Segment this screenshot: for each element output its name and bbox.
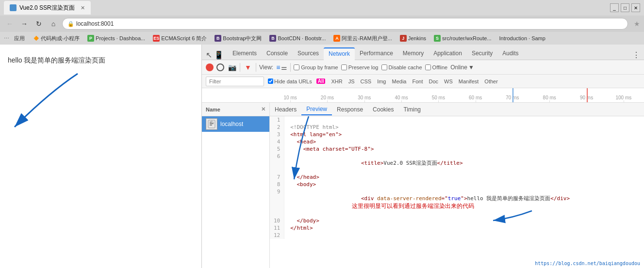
close-preview-button[interactable]: ✕ — [261, 106, 265, 112]
tab-console[interactable]: Console — [262, 47, 293, 60]
filter-type-js[interactable]: JS — [347, 78, 356, 85]
tick-20ms: 20 ms — [309, 95, 346, 100]
devtools-tab-bar: ↖ 📱 Elements Console Sources Network Per… — [202, 45, 644, 60]
apps-icon[interactable]: ⋯ — [4, 35, 9, 42]
network-toolbar: 📷 ▼ View: ≡ ⚌ Group by frame Preserve lo… — [202, 60, 644, 75]
tick-40ms: 40 ms — [383, 95, 420, 100]
bookmark-bootstrap[interactable]: B Bootstrap中文网 — [212, 34, 264, 43]
lock-icon: 🔒 — [67, 21, 74, 27]
line-code: <!DOCTYPE html> — [284, 124, 644, 131]
code-line-6: 6 <title>Vue2.0 SSR渲染页面</title> — [270, 153, 644, 173]
bookmark-jenkins-label: Jenkins — [408, 35, 426, 41]
record-button[interactable] — [206, 63, 214, 71]
code-line-7: 7 </head> — [270, 173, 644, 181]
bookmark-intro[interactable]: Introduction · Samp — [496, 34, 548, 42]
line-number: 5 — [270, 145, 284, 153]
toolbar-divider-3 — [290, 63, 291, 72]
line-number: 10 — [270, 217, 284, 224]
preserve-log-checkbox[interactable]: Preserve log — [341, 64, 379, 70]
back-button[interactable]: ← — [4, 18, 16, 30]
browser-tab[interactable]: Vue2.0 SSR渲染页面 ✕ — [4, 1, 91, 15]
list-view-button[interactable]: ≡ — [276, 63, 280, 71]
filter-type-list: XHR JS CSS Img Media Font Doc WS Manifes… — [330, 78, 499, 85]
tab-security[interactable]: Security — [467, 47, 497, 60]
line-number: 9 — [270, 188, 284, 217]
offline-checkbox[interactable]: Offline — [425, 64, 448, 70]
bookmark-star[interactable]: ★ — [634, 20, 640, 28]
filter-button[interactable]: ▼ — [243, 63, 253, 72]
bookmark-ecma-icon: ES — [153, 35, 160, 42]
line-number: 12 — [270, 232, 284, 239]
bookmark-apps-label: 应用 — [14, 35, 25, 42]
filter-type-other[interactable]: Other — [483, 78, 499, 85]
bookmark-projects[interactable]: P Projects · Dashboa... — [84, 34, 148, 43]
filter-type-font[interactable]: Font — [411, 78, 424, 85]
line-number: 6 — [270, 153, 284, 173]
address-bar[interactable]: 🔒 localhost:8001 — [62, 18, 628, 30]
filter-type-media[interactable]: Media — [390, 78, 408, 85]
forward-button[interactable]: → — [18, 18, 30, 30]
request-item-localhost[interactable]: localhost — [202, 116, 269, 132]
tab-performance[interactable]: Performance — [355, 47, 398, 60]
tab-network[interactable]: Network — [324, 47, 355, 60]
disable-cache-checkbox[interactable]: Disable cache — [381, 64, 422, 70]
camera-button[interactable]: 📷 — [227, 63, 237, 72]
annotation-text: 这里很明显可以看到通过服务端渲染出来的代码 — [352, 203, 474, 209]
online-dropdown[interactable]: Online ▼ — [450, 64, 474, 71]
group-by-frame-checkbox[interactable]: Group by frame — [294, 64, 338, 70]
tab-sources[interactable]: Sources — [293, 47, 324, 60]
view-icons: ≡ ⚌ — [276, 63, 287, 71]
preview-tab-cookies[interactable]: Cookies — [368, 104, 398, 115]
filter-type-css[interactable]: CSS — [359, 78, 373, 85]
all-badge[interactable]: All — [316, 79, 326, 84]
tab-memory[interactable]: Memory — [398, 47, 429, 60]
bookmark-projects-icon: P — [87, 35, 94, 42]
refresh-button[interactable]: ↻ — [33, 18, 45, 30]
close-button[interactable]: ✕ — [631, 3, 640, 12]
filter-input[interactable] — [206, 77, 264, 86]
preview-tab-preview[interactable]: Preview — [301, 104, 332, 115]
bookmark-jenkins[interactable]: J Jenkins — [397, 34, 429, 43]
bookmark-aliyun[interactable]: A 阿里云-RAM用户登... — [330, 34, 395, 43]
bookmark-intro-label: Introduction · Samp — [499, 35, 545, 41]
filter-type-img[interactable]: Img — [376, 78, 387, 85]
bookmark-ecma[interactable]: ES ECMAScript 6 简介 — [150, 34, 210, 43]
preview-tab-headers[interactable]: Headers — [270, 104, 301, 115]
waterfall-view-button[interactable]: ⚌ — [281, 63, 287, 71]
bookmark-router[interactable]: S src/router/wxRoute... — [431, 34, 494, 43]
bookmarks-bar: ⋯ 应用 🔶 代码构成·小程序 P Projects · Dashboa... … — [0, 32, 644, 45]
bookmark-apps[interactable]: 应用 — [11, 34, 28, 43]
line-number: 11 — [270, 224, 284, 232]
devtools-mobile-icon[interactable]: 📱 — [214, 50, 224, 60]
tab-close-button[interactable]: ✕ — [81, 5, 85, 11]
bookmark-miniprogram[interactable]: 🔶 代码构成·小程序 — [30, 34, 83, 43]
tab-audits[interactable]: Audits — [497, 47, 523, 60]
hide-data-urls-checkbox[interactable]: Hide data URLs — [268, 79, 312, 84]
maximize-button[interactable]: □ — [621, 3, 629, 12]
preview-tab-response[interactable]: Response — [332, 104, 368, 115]
bookmark-bootcdn[interactable]: B BootCDN · Bootstr... — [266, 34, 329, 43]
tab-application[interactable]: Application — [429, 47, 467, 60]
filter-type-xhr[interactable]: XHR — [330, 78, 344, 85]
preview-tab-timing[interactable]: Timing — [398, 104, 426, 115]
devtools-more-button[interactable]: ⋮ — [632, 50, 640, 60]
home-button[interactable]: ⌂ — [48, 18, 59, 30]
bookmark-router-icon: S — [434, 35, 441, 42]
filter-type-ws[interactable]: WS — [443, 78, 454, 85]
preview-panel: Headers Preview Response Cookies Timing … — [270, 103, 644, 268]
bookmark-aliyun-icon: A — [333, 35, 340, 42]
code-line-12: 12 — [270, 232, 644, 239]
devtools-cursor-icon[interactable]: ↖ — [206, 50, 212, 60]
minimize-button[interactable]: _ — [610, 3, 619, 12]
code-line-9: 9 <div data-server-rendered="true">hello… — [270, 188, 644, 217]
stop-button[interactable] — [216, 63, 224, 71]
blue-timing-line — [512, 88, 513, 103]
bookmark-ecma-label: ECMAScript 6 简介 — [161, 35, 207, 42]
filter-type-manifest[interactable]: Manifest — [457, 78, 480, 85]
tab-elements[interactable]: Elements — [228, 47, 262, 60]
filter-type-doc[interactable]: Doc — [427, 78, 440, 85]
timeline-ticks: 10 ms 20 ms 30 ms 40 ms 50 ms 60 ms 70 m… — [270, 95, 644, 100]
bookmark-bootstrap-label: Bootstrap中文网 — [223, 35, 262, 42]
line-code: <div data-server-rendered="true">hello 我… — [284, 188, 644, 217]
bookmark-miniprogram-icon: 🔶 — [33, 35, 39, 42]
